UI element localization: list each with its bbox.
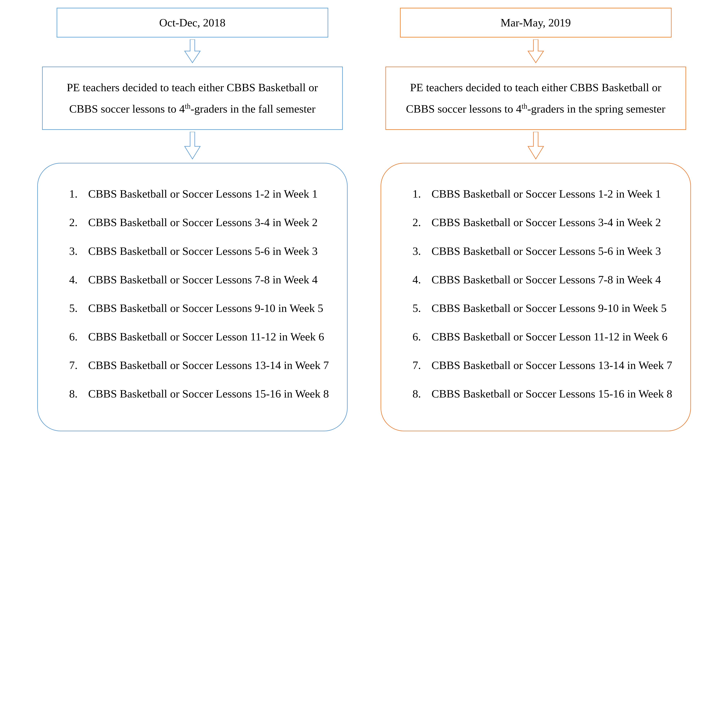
desc-box-right: PE teachers decided to teach either CBBS…: [386, 67, 686, 130]
list-item: CBBS Basketball or Soccer Lessons 3-4 in…: [81, 211, 332, 233]
list-item: CBBS Basketball or Soccer Lessons 13-14 …: [81, 354, 332, 376]
arrow-2-left: [181, 132, 204, 161]
arrow-2-right: [524, 132, 547, 161]
lessons-box-right: CBBS Basketball or Soccer Lessons 1-2 in…: [381, 163, 691, 431]
right-column: Mar-May, 2019 PE teachers decided to tea…: [376, 8, 696, 431]
list-item: CBBS Basketball or Soccer Lessons 7-8 in…: [424, 269, 675, 291]
left-column: Oct-Dec, 2018 PE teachers decided to tea…: [32, 8, 352, 431]
down-arrow-icon: [181, 132, 204, 161]
list-item: CBBS Basketball or Soccer Lessons 9-10 i…: [424, 297, 675, 319]
list-item: CBBS Basketball or Soccer Lessons 9-10 i…: [81, 297, 332, 319]
list-item: CBBS Basketball or Soccer Lessons 5-6 in…: [424, 240, 675, 262]
lessons-list-right: CBBS Basketball or Soccer Lessons 1-2 in…: [400, 183, 675, 405]
arrow-1-right: [524, 39, 547, 65]
list-item: CBBS Basketball or Soccer Lessons 1-2 in…: [81, 183, 332, 205]
down-arrow-icon: [181, 39, 204, 65]
list-item: CBBS Basketball or Soccer Lessons 3-4 in…: [424, 211, 675, 233]
down-arrow-icon: [524, 132, 547, 161]
date-text-right: Mar-May, 2019: [500, 16, 571, 29]
list-item: CBBS Basketball or Soccer Lessons 13-14 …: [424, 354, 675, 376]
list-item: CBBS Basketball or Soccer Lessons 1-2 in…: [424, 183, 675, 205]
list-item: CBBS Basketball or Soccer Lessons 15-16 …: [424, 383, 675, 405]
lessons-box-left: CBBS Basketball or Soccer Lessons 1-2 in…: [37, 163, 348, 431]
desc-sup-left: th: [185, 102, 191, 110]
desc-text-left-part2: -graders in the fall semester: [191, 103, 315, 115]
date-box-left: Oct-Dec, 2018: [56, 8, 328, 38]
desc-box-left: PE teachers decided to teach either CBBS…: [42, 67, 343, 130]
list-item: CBBS Basketball or Soccer Lesson 11-12 i…: [424, 326, 675, 348]
date-text-left: Oct-Dec, 2018: [159, 16, 225, 29]
desc-sup-right: th: [521, 102, 527, 110]
diagram-container: Oct-Dec, 2018 PE teachers decided to tea…: [8, 8, 720, 431]
down-arrow-icon: [524, 39, 547, 65]
arrow-1-left: [181, 39, 204, 65]
list-item: CBBS Basketball or Soccer Lessons 7-8 in…: [81, 269, 332, 291]
desc-text-right-part2: -graders in the spring semester: [527, 103, 665, 115]
list-item: CBBS Basketball or Soccer Lessons 15-16 …: [81, 383, 332, 405]
lessons-list-left: CBBS Basketball or Soccer Lessons 1-2 in…: [57, 183, 332, 405]
list-item: CBBS Basketball or Soccer Lessons 5-6 in…: [81, 240, 332, 262]
list-item: CBBS Basketball or Soccer Lesson 11-12 i…: [81, 326, 332, 348]
date-box-right: Mar-May, 2019: [400, 8, 672, 38]
